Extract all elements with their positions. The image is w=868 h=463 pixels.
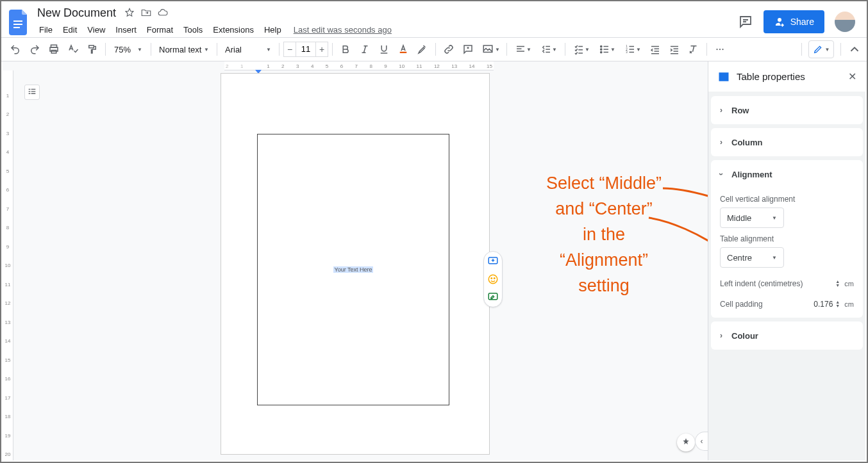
font-select[interactable]: Arial▼ [221,42,275,57]
menu-format[interactable]: Format [142,23,178,37]
editor-area[interactable]: 2 1 1 2 3 4 5 6 7 8 9 10 11 12 13 14 15 … [3,61,708,460]
font-value: Arial [225,45,242,54]
svg-point-16 [722,49,723,50]
stepper-icon[interactable]: ▲▼ [835,300,842,308]
star-icon[interactable] [124,7,135,19]
outline-toggle-icon[interactable] [24,85,40,100]
svg-rect-1 [13,24,22,25]
table-cell[interactable]: Your Text Here [257,134,449,405]
stepper-icon[interactable]: ▲▼ [835,280,842,288]
workspace: 2 1 1 2 3 4 5 6 7 8 9 10 11 12 13 14 15 … [3,61,865,460]
section-alignment-header[interactable]: ›Alignment [711,160,863,188]
section-label: Column [731,138,762,147]
link-icon[interactable] [440,40,458,58]
explore-icon[interactable] [677,434,695,451]
zoom-select[interactable]: 75%▼ [110,42,147,57]
title-bar: New Document File Edit View Insert Forma… [1,1,867,37]
section-label: Row [731,106,749,115]
indent-decrease-icon[interactable] [646,40,664,58]
ruler-tick: 8 [6,225,9,231]
suggest-edit-icon[interactable] [487,291,499,303]
more-icon[interactable] [711,40,729,58]
side-panel: Table properties ✕ ›Row ›Column ›Alignme… [708,61,865,460]
placeholder-text[interactable]: Your Text Here [333,266,372,273]
paint-format-icon[interactable] [83,40,101,58]
arrow-icon [662,186,708,205]
collapse-toolbar-icon[interactable] [847,42,862,56]
comment-icon[interactable] [459,40,477,58]
font-size-input[interactable]: 11 [296,42,315,57]
annotation-line: Select “Middle” [495,170,708,196]
text-color-icon[interactable] [394,40,412,58]
chevron-down-icon: ▼ [137,47,142,53]
side-panel-toggle-icon[interactable]: ‹ [695,432,708,451]
close-icon[interactable]: ✕ [848,70,856,83]
indent-increase-icon[interactable] [665,40,683,58]
cell-vertical-select[interactable]: Middle▼ [720,207,784,228]
ruler-tick: 18 [5,414,11,419]
align-icon[interactable]: ▼ [511,40,535,58]
select-value: Centre [727,253,752,263]
ruler-tick: 1 [6,93,9,99]
checklist-icon[interactable]: ▼ [569,40,594,58]
docs-logo-icon[interactable] [6,5,32,40]
ruler-tick: 16 [5,376,11,382]
image-insert-icon[interactable]: ▼ [478,40,503,58]
ruler-tick: 7 [6,206,9,212]
section-label: Colour [731,331,758,341]
horizontal-ruler[interactable]: 2 1 1 2 3 4 5 6 7 8 9 10 11 12 13 14 15 [224,61,494,70]
ruler-tick: 6 [340,63,343,69]
chevron-down-icon: ▼ [495,47,500,53]
highlight-icon[interactable] [413,40,431,58]
font-size-decrease[interactable]: − [283,42,296,57]
redo-icon[interactable] [26,40,44,58]
chevron-down-icon: ▼ [526,47,531,53]
last-edit-link[interactable]: Last edit was seconds ago [294,25,392,35]
print-icon[interactable] [45,40,63,58]
select-value: Middle [727,213,751,223]
spellcheck-icon[interactable] [64,40,82,58]
italic-icon[interactable] [356,40,374,58]
ruler-tick: 5 [6,168,9,174]
underline-icon[interactable] [375,40,393,58]
clear-format-icon[interactable] [685,40,703,58]
undo-icon[interactable] [6,40,24,58]
line-spacing-icon[interactable]: ▼ [537,40,561,58]
document-name[interactable]: New Document [35,6,119,20]
page[interactable]: Your Text Here [221,73,490,455]
ruler-tick: 11 [5,282,11,288]
table-align-select[interactable]: Centre▼ [720,247,784,268]
menu-tools[interactable]: Tools [179,23,207,37]
cell-padding-input[interactable]: 0.176 [814,300,833,309]
number-list-icon[interactable]: 123▼ [621,40,645,58]
add-emoji-icon[interactable] [487,273,499,285]
svg-text:3: 3 [626,51,628,54]
account-avatar[interactable] [835,12,855,32]
paragraph-style-select[interactable]: Normal text▼ [155,42,213,57]
menu-edit[interactable]: Edit [58,23,81,37]
ruler-tick: 17 [5,395,11,401]
vertical-ruler[interactable]: 1 2 3 4 5 6 7 8 9 10 11 12 13 14 15 16 1… [3,70,13,460]
menu-extensions[interactable]: Extensions [208,23,258,37]
menu-view[interactable]: View [83,23,110,37]
editing-mode-select[interactable]: ▼ [808,40,834,58]
cloud-status-icon[interactable] [157,7,169,19]
comment-history-icon[interactable] [738,14,753,29]
ruler-tick: 10 [5,263,11,268]
menu-help[interactable]: Help [260,23,286,37]
bullet-list-icon[interactable]: ▼ [595,40,619,58]
font-size-increase[interactable]: + [315,42,328,57]
bold-icon[interactable] [337,40,355,58]
ruler-tick: 14 [5,338,11,344]
unit-label: cm [844,280,854,288]
menu-file[interactable]: File [35,23,57,37]
section-colour[interactable]: ›Colour [711,321,863,350]
menu-insert[interactable]: Insert [111,23,141,37]
section-column[interactable]: ›Column [711,128,863,156]
add-comment-icon[interactable] [487,256,499,267]
section-row[interactable]: ›Row [711,96,863,124]
move-folder-icon[interactable] [140,7,152,19]
svg-rect-6 [400,52,407,53]
chevron-down-icon: ▼ [552,47,557,53]
share-button[interactable]: Share [764,10,824,33]
